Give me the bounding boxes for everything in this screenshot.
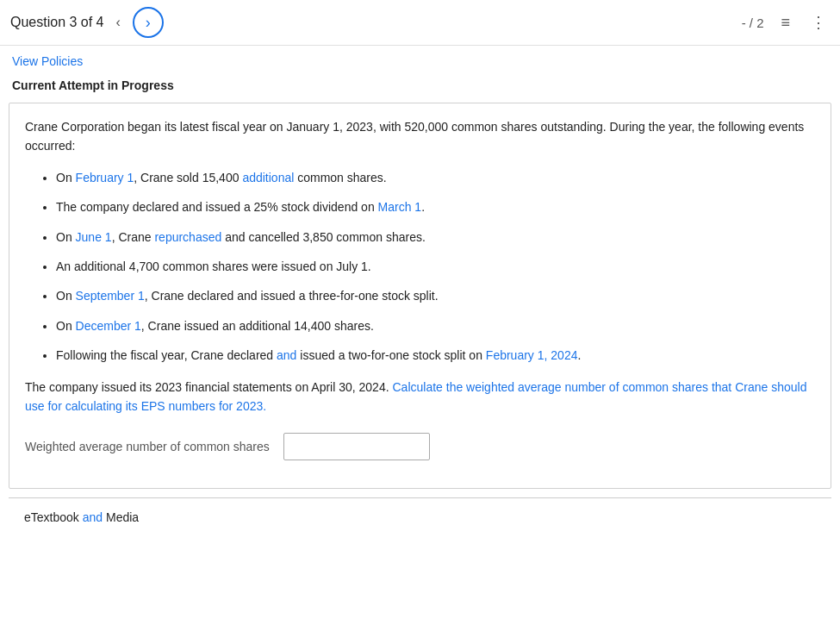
- current-attempt-label: Current Attempt in Progress: [0, 72, 840, 96]
- question-label: Question 3 of 4: [10, 15, 104, 30]
- answer-label: Weighted average number of common shares: [25, 440, 270, 453]
- list-item: On June 1, Crane repurchased and cancell…: [56, 228, 815, 247]
- list-item: On December 1, Crane issued an additiona…: [56, 316, 815, 335]
- etextbook-label: eTextbook and Media: [24, 510, 139, 524]
- header-right: - / 2 ≡ ⋮: [742, 11, 830, 34]
- list-icon-button[interactable]: ≡: [777, 12, 793, 34]
- list-item: On February 1, Crane sold 15,400 additio…: [56, 168, 815, 187]
- answer-input[interactable]: [283, 433, 430, 460]
- answer-row: Weighted average number of common shares: [25, 433, 815, 460]
- next-circle-button[interactable]: ›: [133, 7, 164, 38]
- question-body: Crane Corporation began its latest fisca…: [9, 103, 831, 489]
- calc-text: The company issued its 2023 financial st…: [25, 378, 815, 416]
- intro-text: Crane Corporation began its latest fisca…: [25, 117, 815, 156]
- list-item: The company declared and issued a 25% st…: [56, 197, 815, 216]
- score-label: - / 2: [742, 16, 764, 30]
- list-item: On September 1, Crane declared and issue…: [56, 286, 815, 305]
- view-policies-section: View Policies: [0, 46, 840, 72]
- view-policies-link[interactable]: View Policies: [12, 54, 83, 68]
- header-left: Question 3 of 4 ‹ ›: [10, 7, 164, 38]
- etextbook-bar: eTextbook and Media: [9, 497, 831, 536]
- more-icon-button[interactable]: ⋮: [807, 11, 830, 34]
- list-item: An additional 4,700 common shares were i…: [56, 257, 815, 276]
- list-item: Following the fiscal year, Crane declare…: [56, 346, 815, 365]
- header: Question 3 of 4 ‹ › - / 2 ≡ ⋮: [0, 0, 840, 46]
- prev-arrow-button[interactable]: ‹: [111, 13, 126, 32]
- bullet-list: On February 1, Crane sold 15,400 additio…: [25, 168, 815, 366]
- next-arrow-icon: ›: [146, 14, 151, 32]
